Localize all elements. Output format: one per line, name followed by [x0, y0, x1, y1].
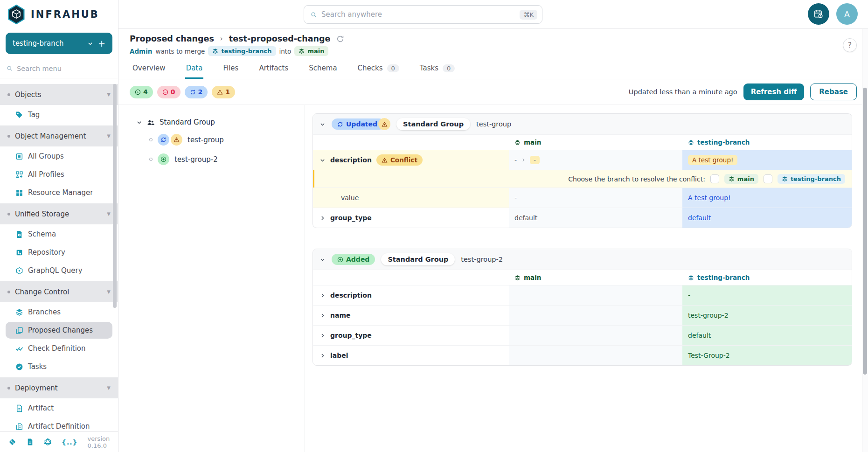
sidebar-item-proposed-changes[interactable]: Proposed Changes: [6, 322, 112, 339]
sidebar-scrollbar-thumb[interactable]: [113, 84, 117, 308]
sidebar-item-graphql-query[interactable]: GraphQL Query: [6, 262, 112, 279]
conflict-count: 1: [225, 88, 230, 96]
tab-data[interactable]: Data: [185, 60, 204, 79]
tab-bar: Overview Data Files Artifacts Schema Che…: [118, 60, 868, 79]
item-label: Check Definition: [28, 344, 86, 353]
page-scrollbar-thumb[interactable]: [863, 88, 867, 375]
section-label: Change Control: [15, 288, 69, 296]
branch-value-cell: Test-Group-2: [682, 346, 852, 365]
tree-node-test-group[interactable]: test-group: [149, 134, 300, 146]
help-button[interactable]: ?: [843, 38, 857, 52]
source-branch-badge[interactable]: testing-branch: [208, 46, 276, 56]
resolve-main-checkbox[interactable]: [710, 174, 719, 183]
refresh-icon[interactable]: [336, 35, 344, 43]
scheduler-button[interactable]: [808, 3, 829, 25]
diff-toolbar: 4 0 2 1 Updated less than a minute ago R…: [118, 79, 868, 105]
section-objects[interactable]: Objects ▼: [0, 84, 118, 105]
sidebar-item-artifact-definition[interactable]: Artifact Definition: [6, 418, 112, 431]
graphql-footer-icon[interactable]: [44, 438, 52, 446]
global-search-input[interactable]: [321, 10, 515, 19]
chevron-down-icon[interactable]: [319, 257, 326, 263]
version-label: version 0.16.0: [88, 435, 110, 449]
chevron-right-icon[interactable]: [319, 292, 326, 299]
value: default: [514, 214, 537, 222]
branch-value-cell: A test group!: [682, 150, 852, 170]
arrow-right-icon: [521, 158, 526, 162]
tab-checks[interactable]: Checks0: [357, 60, 400, 79]
git-icon[interactable]: [8, 438, 16, 446]
chevron-down-icon[interactable]: [136, 119, 142, 125]
chevron-right-icon[interactable]: [319, 333, 326, 339]
tree-node-standard-group[interactable]: Standard Group: [136, 118, 300, 126]
sidebar-item-all-groups[interactable]: All Groups: [6, 148, 112, 165]
old-value: -: [514, 156, 517, 164]
chevron-right-icon[interactable]: [319, 313, 326, 319]
sidebar-item-tasks[interactable]: Tasks: [6, 358, 112, 375]
groups-icon: [15, 153, 23, 160]
value: A test group!: [688, 194, 731, 202]
page-scrollbar[interactable]: [862, 29, 868, 452]
avatar[interactable]: A: [836, 3, 858, 25]
sidebar-item-resource-manager[interactable]: Resource Manager: [6, 184, 112, 201]
schema-icon: [15, 230, 23, 238]
branch-selector[interactable]: testing-branch +: [6, 33, 112, 54]
brand-name: INFRAHUB: [31, 9, 99, 20]
last-updated-text: Updated less than a minute ago: [629, 88, 737, 96]
tab-tasks[interactable]: Tasks0: [419, 60, 456, 79]
section-object-management[interactable]: Object Management ▼: [0, 125, 118, 146]
chevron-down-icon[interactable]: [319, 121, 326, 127]
chevron-right-icon[interactable]: [319, 215, 326, 221]
tab-artifacts[interactable]: Artifacts: [258, 60, 289, 79]
section-change-control[interactable]: Change Control ▼: [0, 281, 118, 302]
section-unified-storage[interactable]: Unified Storage ▼: [0, 203, 118, 224]
diff-content: Standard Group test-group test-group-2: [118, 105, 868, 452]
swagger-braces-icon[interactable]: {..}: [62, 438, 78, 446]
tab-overview[interactable]: Overview: [132, 60, 167, 79]
merge-into-text: into: [279, 48, 292, 55]
sidebar-item-schema[interactable]: Schema: [6, 226, 112, 243]
tab-schema[interactable]: Schema: [308, 60, 338, 79]
chevron-down-icon[interactable]: [319, 157, 326, 163]
testing-branch-badge[interactable]: testing-branch: [778, 174, 845, 184]
branch-value-cell: default: [682, 326, 852, 345]
tag-icon: [15, 111, 23, 119]
property-cell: group_type: [313, 208, 509, 228]
value: default: [688, 214, 711, 222]
card-header[interactable]: Added Standard Group test-group-2: [313, 249, 852, 270]
chevron-down-icon: [87, 41, 93, 47]
section-deployment[interactable]: Deployment ▼: [0, 377, 118, 398]
bullet-dot: [7, 291, 10, 293]
sidebar-item-all-profiles[interactable]: All Profiles: [6, 166, 112, 183]
collapse-triangle-icon: ▼: [107, 92, 111, 97]
added-status-pill: Added: [332, 254, 375, 265]
file-icon: [15, 404, 23, 412]
card-header[interactable]: Updated Standard Group test-group: [313, 114, 852, 134]
sidebar-item-tag[interactable]: Tag: [6, 106, 112, 123]
chevron-right-icon[interactable]: [319, 353, 326, 359]
double-check-icon: [15, 345, 23, 353]
add-branch-icon[interactable]: +: [98, 38, 105, 49]
row-name: name test-group-2: [313, 305, 852, 325]
sidebar-item-branches[interactable]: Branches: [6, 304, 112, 320]
item-label: All Profiles: [28, 170, 64, 179]
docs-icon[interactable]: [26, 438, 34, 446]
added-count: 4: [143, 88, 148, 96]
breadcrumb-parent[interactable]: Proposed changes: [130, 34, 214, 43]
sidebar-search-input[interactable]: [17, 65, 111, 72]
refresh-diff-button[interactable]: Refresh diff: [743, 83, 805, 100]
conflict-count-pill: 1: [212, 86, 235, 98]
sidebar: INFRAHUB testing-branch + Objects ▼ Tag: [0, 0, 118, 452]
sidebar-item-artifact[interactable]: Artifact: [6, 400, 112, 417]
tab-files[interactable]: Files: [222, 60, 239, 79]
value: -: [514, 194, 517, 202]
tree-node-test-group-2[interactable]: test-group-2: [149, 153, 300, 165]
sidebar-item-repository[interactable]: Repository: [6, 244, 112, 261]
search-icon: [311, 12, 317, 18]
target-branch-badge[interactable]: main: [294, 46, 328, 56]
merge-summary: Admin wants to merge testing-branch into…: [130, 46, 857, 56]
main-value-cell: - -: [509, 150, 682, 170]
resolve-testing-branch-checkbox[interactable]: [764, 174, 772, 183]
main-branch-badge[interactable]: main: [724, 174, 758, 184]
sidebar-item-check-definition[interactable]: Check Definition: [6, 340, 112, 357]
rebase-button[interactable]: Rebase: [810, 83, 857, 100]
